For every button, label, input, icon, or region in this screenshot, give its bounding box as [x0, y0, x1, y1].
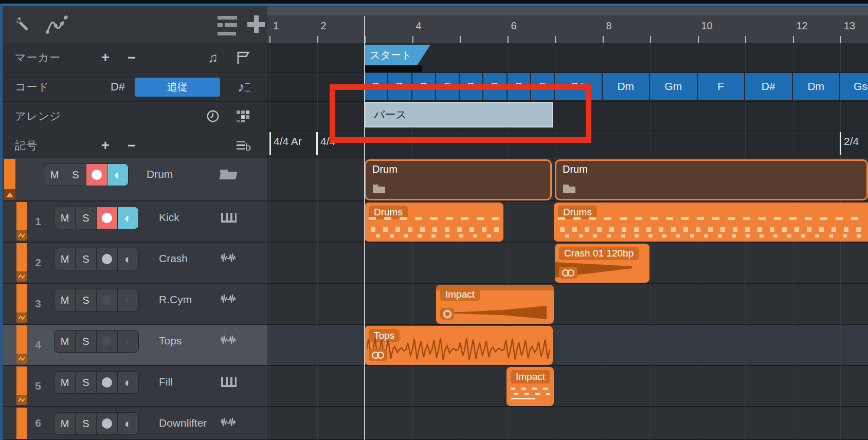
chord-event[interactable]: G [412, 73, 435, 100]
record-arm-button[interactable] [96, 289, 117, 311]
automation-toggle-icon[interactable] [16, 271, 27, 282]
track-name[interactable]: R.Cym [159, 284, 192, 316]
chord-event[interactable]: F [436, 73, 459, 100]
mute-button[interactable]: M [55, 248, 75, 270]
track-name[interactable]: Kick [159, 201, 179, 233]
clip-audio-impact[interactable]: Impact [436, 285, 554, 324]
record-arm-button[interactable] [96, 372, 117, 393]
clip-midi-drums[interactable]: Drums [554, 203, 868, 242]
automation-toggle-icon[interactable] [16, 230, 27, 241]
monitor-button[interactable]: ◐ [117, 289, 138, 311]
track-color-strip[interactable] [16, 202, 27, 230]
add-marker-button[interactable]: + [101, 43, 110, 72]
track-name[interactable]: Downlifter [159, 407, 207, 439]
timeline-ruler[interactable]: 12468101213 [267, 6, 868, 44]
automation-toggle-icon[interactable] [16, 313, 27, 323]
track-header-fill[interactable]: 5 M S ◐ Fill [3, 366, 267, 407]
solo-button[interactable]: S [75, 248, 96, 270]
chord-event[interactable]: F [531, 73, 554, 100]
wrench-icon[interactable] [14, 16, 32, 33]
chord-event[interactable]: Dm [793, 73, 840, 100]
arrange-lane[interactable] [267, 102, 868, 131]
chord-event[interactable]: Gsu [840, 73, 868, 100]
chord-event[interactable]: G [508, 73, 530, 100]
arranger-section[interactable]: バース [365, 102, 553, 127]
solo-button[interactable]: S [75, 289, 96, 311]
solo-button[interactable]: S [75, 372, 96, 393]
track-list-icon[interactable] [218, 14, 237, 37]
clip-folder[interactable]: Drum [365, 159, 552, 200]
chord-event[interactable]: D [388, 73, 411, 100]
remove-marker-button[interactable]: − [128, 43, 136, 72]
mute-button[interactable]: M [55, 207, 75, 229]
record-arm-button[interactable] [96, 207, 117, 229]
clip-audio-crash[interactable]: Crash 01 120bp [555, 244, 649, 283]
clip-midi-drums[interactable]: Drums [365, 203, 503, 242]
track-header-drum[interactable]: M S ◐ Drum [3, 158, 267, 201]
track-header-crash[interactable]: 2 M S ◐ Crash [3, 243, 267, 284]
mute-button[interactable]: M [55, 289, 75, 311]
clip-midi-impact[interactable]: Impact [507, 367, 554, 406]
arrange-track-row[interactable] [267, 284, 868, 325]
music-note-icon[interactable]: ♫ [204, 43, 222, 72]
staff-flat-icon[interactable]: b [233, 131, 254, 160]
monitor-button[interactable]: ◐ [117, 372, 138, 393]
arranger-blocks-icon[interactable] [233, 102, 254, 131]
arrange-track-row[interactable] [267, 366, 868, 407]
record-arm-button[interactable] [96, 413, 117, 434]
remove-symbol-button[interactable]: − [128, 131, 136, 160]
monitor-button[interactable]: ◐ [117, 413, 138, 434]
mute-button[interactable]: M [55, 331, 75, 352]
chord-event[interactable]: D# [745, 73, 792, 100]
track-name[interactable]: Tops [159, 325, 182, 357]
record-arm-button[interactable] [86, 164, 107, 186]
track-header-tops[interactable]: 4 M S ◐ Tops [3, 325, 267, 366]
signature-tick[interactable] [316, 132, 318, 155]
automation-curve-icon[interactable] [45, 15, 74, 35]
mute-button[interactable]: M [44, 164, 65, 186]
marker-lane[interactable] [267, 43, 868, 72]
add-track-icon[interactable] [247, 15, 265, 33]
track-color-strip[interactable] [4, 159, 15, 189]
solo-button[interactable]: S [75, 331, 96, 352]
solo-button[interactable]: S [75, 413, 96, 434]
playhead-line[interactable] [364, 16, 365, 440]
chord-event[interactable]: D [460, 73, 482, 100]
track-color-strip[interactable] [16, 408, 27, 439]
chord-event[interactable]: D [365, 73, 387, 100]
track-header-r-cym[interactable]: 3 M S ◐ R.Cym [3, 284, 267, 325]
solo-button[interactable]: S [65, 164, 86, 186]
mute-button[interactable]: M [55, 413, 75, 434]
clock-icon[interactable] [203, 102, 223, 131]
clip-folder[interactable]: Drum [555, 159, 868, 200]
monitor-button[interactable]: ◐ [117, 331, 138, 352]
monitor-button[interactable]: ◐ [117, 207, 138, 229]
track-name[interactable]: Fill [159, 366, 173, 398]
arrange-track-row[interactable] [267, 325, 868, 366]
monitor-button[interactable]: ◐ [117, 248, 138, 270]
track-name[interactable]: Crash [159, 243, 188, 274]
automation-toggle-icon[interactable] [16, 395, 27, 405]
chord-event[interactable]: F [698, 73, 745, 100]
track-color-strip[interactable] [16, 284, 27, 313]
chord-follow-button[interactable]: 追従 [135, 78, 220, 97]
arrange-track-row[interactable] [267, 407, 868, 440]
solo-button[interactable]: S [75, 207, 96, 229]
record-arm-button[interactable] [96, 331, 117, 352]
chord-event[interactable]: Gm [650, 73, 697, 100]
automation-toggle-icon[interactable] [16, 354, 27, 364]
track-header-downlifter[interactable]: 6 M S ◐ Downlifter [3, 407, 267, 440]
arrange-area[interactable]: 12468101213 スタートDDGFDDGFD#DmGmFD#DmGsuバー… [267, 6, 868, 440]
chord-event[interactable]: D [483, 73, 506, 100]
signature-tick[interactable] [269, 132, 271, 155]
record-arm-button[interactable] [96, 248, 117, 270]
mute-button[interactable]: M [55, 372, 75, 393]
track-header-kick[interactable]: 1 M S ◐ Kick [3, 201, 267, 243]
signature-lane[interactable] [267, 131, 868, 161]
track-name[interactable]: Drum [147, 158, 173, 190]
track-color-strip[interactable] [16, 243, 27, 271]
chord-note-icon[interactable]: ♪── [233, 72, 254, 101]
signature-tick[interactable] [840, 132, 841, 155]
chord-event[interactable]: Dm [603, 73, 649, 100]
track-color-strip[interactable] [16, 366, 27, 395]
